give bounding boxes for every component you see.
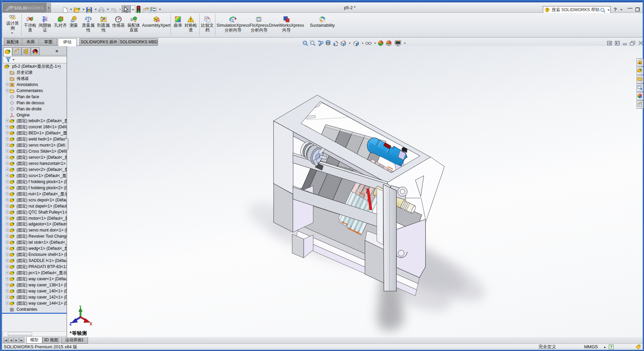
svg-text:≠: ≠ xyxy=(205,17,207,20)
svg-text:Z: Z xyxy=(69,322,72,327)
svg-text:A: A xyxy=(11,83,14,87)
svg-text:?: ? xyxy=(614,6,617,12)
svg-text:X: X xyxy=(90,322,92,327)
svg-text:?: ? xyxy=(610,345,613,349)
svg-text:Y: Y xyxy=(79,306,82,310)
